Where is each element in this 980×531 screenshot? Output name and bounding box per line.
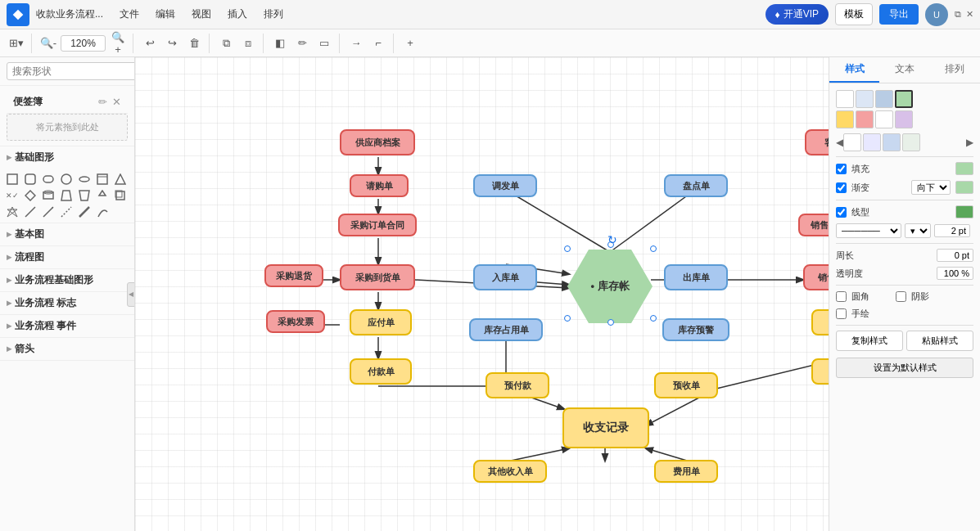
node-purchase-arrival[interactable]: 采购到货单 [340, 264, 415, 290]
shape-item[interactable] [5, 205, 20, 219]
handdrawn-checkbox[interactable] [836, 308, 847, 319]
node-outbound[interactable]: 出库单 [664, 264, 728, 290]
tab-arrange[interactable]: 排列 [930, 57, 980, 83]
export-button[interactable]: 导出 [879, 4, 919, 25]
color-swatch-blue[interactable] [875, 90, 893, 108]
color-swatch-salmon[interactable] [856, 110, 874, 128]
node-purchase-contract[interactable]: 采购订单合同 [338, 214, 417, 236]
handle-br[interactable] [650, 315, 657, 322]
fill-checkbox[interactable] [836, 164, 847, 174]
rotate-handle[interactable]: ↻ [607, 233, 617, 246]
set-default-style-button[interactable]: 设置为默认样式 [836, 358, 973, 378]
biz-event-title[interactable]: 业务流程 事件 [0, 315, 134, 337]
arrow-title[interactable]: 箭头 [0, 338, 134, 360]
node-expense[interactable]: 费用单 [654, 460, 718, 483]
vip-button[interactable]: ♦ 开通VIP [765, 4, 829, 25]
linestyle-checkbox[interactable] [836, 207, 847, 218]
node-inventory-ledger[interactable]: • 库存帐 [567, 250, 653, 323]
shape-item[interactable] [41, 172, 56, 187]
shape-item[interactable] [41, 205, 56, 219]
tab-style[interactable]: 样式 [829, 57, 879, 83]
gradient-color-box[interactable] [955, 181, 973, 194]
shadow-checkbox[interactable] [896, 291, 906, 302]
color-swatch-white2[interactable] [875, 110, 893, 128]
copy-style-button[interactable]: 复制样式 [836, 331, 903, 351]
shape-item[interactable] [77, 172, 92, 187]
shape-item[interactable] [95, 172, 110, 187]
handle-bl[interactable] [564, 315, 571, 322]
node-other-income[interactable]: 其他收入单 [473, 460, 547, 483]
close-favorites-icon[interactable]: ✕ [112, 96, 121, 108]
handle-tr[interactable] [650, 245, 657, 252]
shape-item[interactable] [77, 188, 92, 203]
zoom-out-btn[interactable]: 🔍- [38, 34, 58, 53]
shape-item[interactable] [113, 188, 128, 203]
paste-style-button[interactable]: 粘贴样式 [906, 331, 973, 351]
menu-edit[interactable]: 编辑 [152, 6, 178, 23]
color-swatch-more2[interactable] [863, 133, 881, 151]
shape-item[interactable] [95, 188, 110, 203]
biz-basic-title[interactable]: 业务流程基础图形 [0, 269, 134, 291]
search-input[interactable] [7, 62, 135, 80]
menu-insert[interactable]: 插入 [224, 6, 251, 23]
node-cashflow-record[interactable]: 收支记录 [562, 407, 649, 448]
node-sales-contract[interactable]: 销售订货合同 [798, 214, 829, 236]
shape-item[interactable] [41, 188, 56, 203]
zoom-display[interactable]: 120% [61, 35, 106, 52]
layout-btn[interactable]: ⊞▾ [7, 34, 26, 53]
canvas-area[interactable]: 供应商档案 请购单 采购订单合同 采购到货单 应付单 付款单 采购退货 采购发票… [135, 57, 829, 531]
color-swatch-more4[interactable] [902, 133, 920, 151]
edit-favorites-icon[interactable]: ✏ [98, 96, 107, 108]
shape-item[interactable] [5, 172, 20, 187]
basic-shapes-title[interactable]: 基础图形 [0, 146, 134, 169]
delete-btn[interactable]: 🗑 [184, 34, 204, 53]
node-inventory-alert[interactable]: 库存预警 [662, 318, 729, 341]
color-swatch-lightblue[interactable] [856, 90, 874, 108]
menu-file[interactable]: 文件 [116, 6, 142, 23]
node-supplier-archive[interactable]: 供应商档案 [340, 129, 415, 155]
shape-item[interactable] [95, 205, 110, 219]
shape-item[interactable]: ✕✓ [5, 188, 20, 203]
gradient-checkbox[interactable] [836, 182, 847, 193]
color-swatch-lavender[interactable] [895, 110, 913, 128]
zoom-in-btn[interactable]: 🔍+ [108, 34, 128, 53]
node-advance-receipt[interactable]: 预收单 [654, 372, 718, 398]
gradient-direction-select[interactable]: 向下 向上 向左 向右 [911, 180, 951, 195]
corner-btn[interactable]: ⌐ [368, 34, 388, 53]
node-purchase-request[interactable]: 请购单 [350, 174, 409, 197]
shape-item[interactable] [23, 205, 38, 219]
perimeter-value[interactable] [937, 249, 973, 262]
tab-text[interactable]: 文本 [879, 57, 929, 83]
palette-next-icon[interactable]: ▶ [966, 137, 973, 148]
menu-arrange[interactable]: 排列 [260, 6, 287, 23]
shape-item[interactable] [23, 172, 38, 187]
node-prepayment[interactable]: 预付款 [485, 372, 549, 398]
node-stockcount[interactable]: 盘点单 [664, 174, 728, 197]
handle-bc[interactable] [607, 319, 614, 326]
restore-icon[interactable]: ⧉ [955, 9, 961, 20]
rounded-checkbox[interactable] [836, 291, 847, 302]
add-btn[interactable]: + [400, 34, 420, 53]
node-inventory-occupy[interactable]: 库存占用单 [469, 318, 543, 341]
node-receivable[interactable]: 应收单 [811, 309, 829, 335]
node-purchase-invoice[interactable]: 采购发票 [266, 310, 325, 333]
node-purchase-return[interactable]: 采购退货 [264, 264, 323, 287]
flowchart-title[interactable]: 流程图 [0, 246, 134, 268]
fill-color-box[interactable] [955, 162, 973, 175]
line-style-select[interactable]: ────── - - - - - ······· [836, 223, 901, 238]
shape-item[interactable] [23, 188, 38, 203]
node-payable[interactable]: 应付单 [350, 309, 412, 335]
fill-style-btn[interactable]: ◧ [270, 34, 290, 53]
shape-item[interactable] [59, 205, 74, 219]
undo-btn[interactable]: ↩ [140, 34, 160, 53]
color-swatch-white[interactable] [836, 90, 854, 108]
node-inbound[interactable]: 入库单 [473, 264, 537, 290]
shape-item[interactable] [59, 172, 74, 187]
copy-btn[interactable]: ⧉ [216, 34, 236, 53]
color-swatch-more1[interactable] [843, 133, 861, 151]
line-width-input[interactable] [934, 224, 970, 237]
template-button[interactable]: 模板 [835, 3, 873, 25]
close-icon[interactable]: ✕ [966, 9, 973, 20]
basic-diagram-title[interactable]: 基本图 [0, 223, 134, 245]
shape-item[interactable] [113, 172, 128, 187]
